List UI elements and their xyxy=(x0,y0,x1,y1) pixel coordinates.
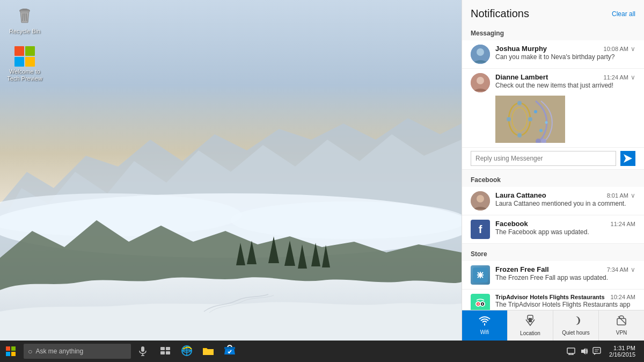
notification-header: Notifications Clear all xyxy=(462,0,644,25)
notification-message-dianne: Check out the new items that just arrive… xyxy=(495,82,635,89)
avatar-laura xyxy=(471,191,490,211)
svg-point-18 xyxy=(517,133,522,137)
desktop-icon-recycle-bin[interactable]: Recycle Bin xyxy=(5,5,44,35)
recycle-bin-icon xyxy=(14,5,35,27)
svg-rect-45 xyxy=(166,347,170,350)
chevron-dianne: ∨ xyxy=(631,74,635,81)
notification-time-joshua: 10:08 AM xyxy=(604,46,628,52)
taskbar: ○ Ask me anything xyxy=(0,341,644,362)
notification-name-tripadvisor: TripAdvisor Hotels Flights Restaurants xyxy=(495,294,605,300)
svg-rect-44 xyxy=(160,347,165,350)
moon-icon xyxy=(570,315,581,329)
quick-action-quiet-hours[interactable]: Quiet hours xyxy=(553,310,599,341)
chevron-laura: ∨ xyxy=(631,192,635,199)
microphone-button[interactable] xyxy=(133,341,152,362)
facebook-section-header: Facebook xyxy=(462,172,644,187)
svg-line-6 xyxy=(23,13,23,21)
svg-line-40 xyxy=(618,316,626,324)
taskbar-date: 2/16/2015 xyxy=(609,351,635,358)
tray-vm-icon[interactable] xyxy=(566,346,576,356)
notification-content-facebook: Facebook 11:24 AM The Facebook app was u… xyxy=(495,220,635,236)
notification-item-dianne[interactable]: Dianne Lambert 11:24 AM ∨ Check out the … xyxy=(462,69,644,148)
reply-send-button[interactable] xyxy=(620,151,635,166)
search-bar[interactable]: ○ Ask me anything xyxy=(24,344,131,359)
notification-panel: Notifications Clear all Messaging Joshua… xyxy=(462,0,644,341)
welcome-label: Welcome toTech Preview xyxy=(7,68,42,82)
start-button[interactable] xyxy=(0,341,21,362)
tray-messaging-icon[interactable] xyxy=(592,346,602,356)
notification-item-dianne-top: Dianne Lambert 11:24 AM ∨ Check out the … xyxy=(471,73,635,92)
taskbar-app-ie[interactable] xyxy=(176,341,197,362)
notification-name-dianne: Dianne Lambert xyxy=(495,73,548,81)
notification-content-frozen: Frozen Free Fall 7:34 AM ∨ The Frozen Fr… xyxy=(495,265,635,281)
notification-name-laura: Laura Cattaneo xyxy=(495,191,546,199)
wifi-icon xyxy=(479,316,491,328)
svg-point-36 xyxy=(482,303,484,305)
svg-rect-46 xyxy=(160,351,165,354)
notification-title: Notifications xyxy=(471,8,529,20)
svg-point-24 xyxy=(545,121,548,124)
quick-action-location[interactable]: Location xyxy=(508,310,553,341)
notification-name-joshua: Joshua Murphy xyxy=(495,45,547,53)
windows-logo-icon xyxy=(6,346,16,356)
frozen-icon xyxy=(471,265,490,285)
quick-action-vpn[interactable]: VPN xyxy=(599,310,644,341)
taskbar-time: 1:31 PM xyxy=(613,345,635,351)
notification-name-frozen: Frozen Free Fall xyxy=(495,265,549,273)
svg-point-17 xyxy=(517,101,522,105)
notification-time-facebook: 11:24 AM xyxy=(611,221,635,227)
facebook-icon: f xyxy=(471,220,490,239)
notification-item-frozen[interactable]: Frozen Free Fall 7:34 AM ∨ The Frozen Fr… xyxy=(462,261,644,289)
location-label: Location xyxy=(520,330,540,336)
vpn-label: VPN xyxy=(616,330,627,336)
taskbar-app-store[interactable] xyxy=(219,341,240,362)
notification-item-tripadvisor[interactable]: TripAdvisor Hotels Flights Restaurants 1… xyxy=(462,289,644,310)
tray-volume-icon[interactable] xyxy=(579,346,589,356)
svg-point-27 xyxy=(477,195,484,202)
svg-point-11 xyxy=(477,48,484,56)
notification-item-laura[interactable]: Laura Cattaneo 8:01 AM ∨ Laura Cattaneo … xyxy=(462,187,644,215)
chevron-frozen: ∨ xyxy=(631,266,635,273)
taskbar-apps xyxy=(152,341,562,362)
taskbar-tray: 1:31 PM 2/16/2015 xyxy=(562,345,644,358)
avatar-dianne xyxy=(471,73,490,92)
notification-item-facebook[interactable]: f Facebook 11:24 AM The Facebook app was… xyxy=(462,215,644,244)
svg-rect-41 xyxy=(141,346,144,352)
svg-point-35 xyxy=(478,303,479,305)
desktop: Recycle Bin Welcome toTech Preview xyxy=(0,0,462,341)
store-section-header: Store xyxy=(462,246,644,261)
welcome-icon xyxy=(14,46,35,67)
notification-image-jewelry xyxy=(495,96,565,143)
svg-rect-9 xyxy=(23,9,27,11)
svg-point-3 xyxy=(231,201,462,239)
quick-action-wifi[interactable]: Wifi xyxy=(462,310,508,341)
search-text: Ask me anything xyxy=(35,347,83,355)
notification-time-frozen: 7:34 AM xyxy=(607,266,628,273)
notification-item-joshua[interactable]: Joshua Murphy 10:08 AM ∨ Can you make it… xyxy=(462,40,644,69)
quiet-hours-label: Quiet hours xyxy=(562,330,590,336)
svg-rect-38 xyxy=(529,318,532,322)
reply-input[interactable] xyxy=(471,151,616,166)
svg-point-13 xyxy=(477,77,484,84)
reply-row xyxy=(462,148,644,170)
svg-point-29 xyxy=(479,273,482,277)
notification-content-tripadvisor: TripAdvisor Hotels Flights Restaurants 1… xyxy=(495,294,635,308)
svg-point-25 xyxy=(539,129,543,132)
desktop-icon-welcome[interactable]: Welcome toTech Preview xyxy=(5,46,44,82)
vpn-icon xyxy=(616,315,627,329)
tripadvisor-icon xyxy=(471,294,490,310)
clear-all-button[interactable]: Clear all xyxy=(612,10,635,18)
notification-message-tripadvisor: The TripAdvisor Hotels Flights Restauran… xyxy=(495,301,635,308)
search-icon: ○ xyxy=(28,347,32,356)
notification-message-laura: Laura Cattaneo mentioned you in a commen… xyxy=(495,200,635,207)
notification-content-joshua: Joshua Murphy 10:08 AM ∨ Can you make it… xyxy=(495,45,635,61)
taskbar-clock[interactable]: 1:31 PM 2/16/2015 xyxy=(605,345,640,358)
taskbar-app-taskview[interactable] xyxy=(155,341,176,362)
svg-point-19 xyxy=(507,117,511,121)
messaging-section-header: Messaging xyxy=(462,25,644,40)
svg-line-8 xyxy=(26,13,27,21)
wifi-label: Wifi xyxy=(480,329,489,335)
recycle-bin-label: Recycle Bin xyxy=(9,28,40,35)
taskbar-app-explorer[interactable] xyxy=(197,341,219,362)
svg-point-20 xyxy=(528,117,532,121)
